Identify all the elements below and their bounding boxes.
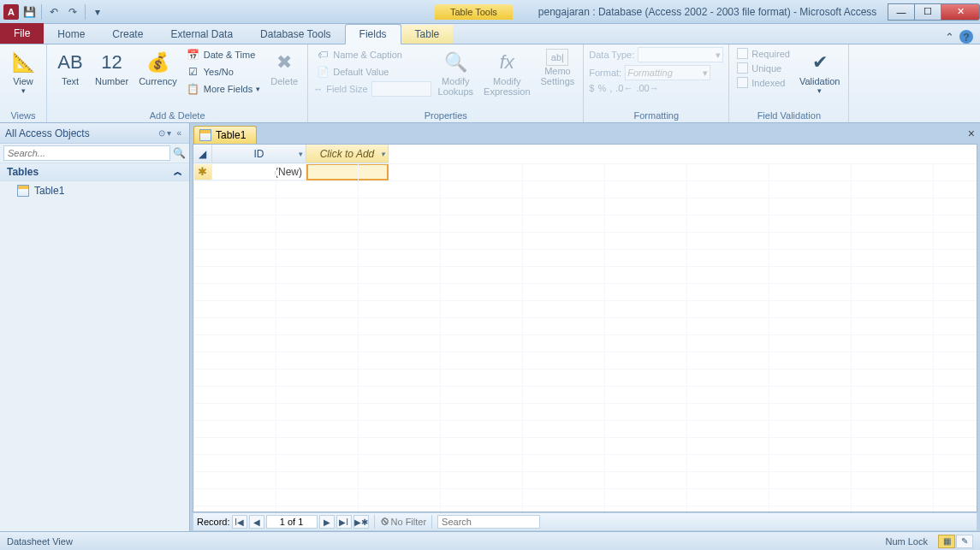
nav-item-table1[interactable]: Table1 (0, 181, 189, 200)
group-label-add-delete: Add & Delete (52, 109, 302, 122)
save-icon[interactable]: 💾 (21, 3, 38, 21)
quick-access-toolbar: A 💾 ↶ ↷ ▾ (0, 3, 110, 21)
default-value-label: Default Value (333, 67, 389, 77)
access-app-icon[interactable]: A (3, 4, 19, 20)
nav-collapse-icon[interactable]: « (174, 128, 184, 138)
close-tab-icon[interactable]: × (968, 127, 975, 140)
next-record-button[interactable]: ▶ (319, 515, 335, 529)
record-search-input[interactable] (437, 515, 540, 529)
filter-icon[interactable]: 🛇 (380, 517, 389, 527)
required-checkbox: Required (734, 47, 793, 60)
lookups-icon: 🔍 (442, 49, 469, 76)
modify-expression-label: Modify Expression (484, 76, 530, 97)
unique-checkbox: Unique (734, 62, 793, 74)
help-icon[interactable]: ? (959, 30, 973, 44)
doc-tab-table1[interactable]: Table1 (193, 126, 257, 144)
currency-field-button[interactable]: 💰Currency (135, 47, 181, 88)
modify-lookups-button: 🔍Modify Lookups (435, 47, 478, 98)
datasheet-view-icon: 📐 (9, 49, 37, 76)
last-record-button[interactable]: ▶I (336, 515, 352, 529)
validation-button[interactable]: ✔Validation▾ (796, 47, 844, 97)
cell-active[interactable] (306, 163, 389, 180)
first-record-button[interactable]: I◀ (232, 515, 247, 529)
nav-group-tables[interactable]: Tables ︽ (0, 163, 189, 181)
percent-format-icon: % (597, 83, 606, 93)
group-label-properties: Properties (313, 109, 578, 122)
tab-create[interactable]: Create (98, 25, 157, 44)
field-size-label: Field Size (326, 84, 367, 94)
prev-record-button[interactable]: ◀ (249, 515, 264, 529)
nav-pane-header[interactable]: All Access Objects ⊙ ▾ « (0, 123, 189, 144)
group-add-delete: ABText 12Number 💰Currency 📅Date & Time ☑… (47, 44, 308, 122)
table-icon (17, 185, 29, 197)
group-properties: 🏷Name & Caption 📄Default Value ↔Field Si… (308, 44, 584, 122)
delete-label: Delete (270, 76, 298, 86)
column-header-id[interactable]: ID▾ (212, 145, 306, 163)
format-row: Format:Formatting▾ (589, 65, 723, 80)
decrease-decimals-icon: .00→ (636, 83, 658, 93)
number-field-button[interactable]: 12Number (92, 47, 132, 88)
tab-home[interactable]: Home (44, 25, 98, 44)
new-row-label: (New) (275, 166, 302, 178)
title-bar: A 💾 ↶ ↷ ▾ Table Tools pengajaran : Datab… (0, 0, 980, 24)
datetime-field-button[interactable]: 📅Date & Time (184, 47, 263, 62)
record-position-input[interactable] (266, 515, 318, 529)
view-switcher: ▦ ✎ (938, 535, 973, 548)
field-size-input (371, 81, 431, 97)
nav-group-label: Tables (7, 166, 39, 178)
qat-separator (85, 4, 86, 20)
datasheet-view-switch[interactable]: ▦ (938, 535, 955, 548)
column-dropdown-icon[interactable]: ▾ (299, 150, 303, 158)
group-label-formatting: Formatting (589, 109, 723, 122)
yesno-field-button[interactable]: ☑Yes/No (184, 64, 263, 80)
view-button[interactable]: 📐 View ▾ (5, 47, 41, 97)
maximize-button[interactable]: ☐ (914, 3, 941, 21)
navigation-pane: All Access Objects ⊙ ▾ « 🔍 Tables ︽ Tabl… (0, 123, 190, 531)
nav-search-row: 🔍 (0, 144, 189, 163)
format-combo: Formatting▾ (625, 65, 710, 80)
calendar-icon: 📅 (187, 48, 200, 62)
column-id-label: ID (254, 148, 264, 160)
checkbox-icon (737, 62, 748, 74)
required-label: Required (751, 49, 790, 59)
default-value-button: 📄Default Value (313, 64, 431, 80)
file-tab[interactable]: File (0, 23, 44, 44)
search-icon[interactable]: 🔍 (173, 147, 186, 159)
memo-settings-label: Memo Settings (541, 66, 575, 86)
data-type-row: Data Type:▾ (589, 47, 723, 62)
new-record-button[interactable]: ▶✱ (353, 515, 369, 529)
ribbon: 📐 View ▾ Views ABText 12Number 💰Currency… (0, 44, 980, 123)
group-formatting: Data Type:▾ Format:Formatting▾ $ % , .0←… (584, 44, 729, 122)
number-icon: 12 (98, 49, 126, 76)
select-all-corner[interactable]: ◢ (193, 145, 212, 163)
more-fields-button[interactable]: 📋More Fields ▾ (184, 81, 263, 97)
memo-icon: ab| (546, 49, 568, 66)
add-column-dropdown-icon[interactable]: ▾ (381, 150, 385, 158)
design-view-switch[interactable]: ✎ (956, 535, 973, 548)
nav-pane-title: All Access Objects (5, 127, 90, 139)
currency-format-icon: $ (589, 83, 594, 93)
text-field-button[interactable]: ABText (52, 47, 88, 88)
more-fields-icon: 📋 (187, 82, 200, 96)
ribbon-tab-strip: File Home Create External Data Database … (0, 24, 980, 44)
cell-id-new[interactable]: (New) (212, 163, 306, 180)
qat-customize-icon[interactable]: ▾ (89, 3, 106, 21)
datasheet[interactable]: ◢ ID▾ Click to Add▾ ✱ (New) (193, 144, 977, 512)
nav-search-input[interactable] (3, 145, 170, 161)
collapse-group-icon[interactable]: ︽ (174, 166, 182, 178)
undo-icon[interactable]: ↶ (45, 3, 62, 21)
name-caption-label: Name & Caption (333, 50, 402, 60)
redo-icon[interactable]: ↷ (64, 3, 81, 21)
main-area: All Access Objects ⊙ ▾ « 🔍 Tables ︽ Tabl… (0, 123, 980, 531)
minimize-ribbon-icon[interactable]: ⌃ (945, 31, 954, 44)
minimize-button[interactable]: — (888, 3, 915, 21)
row-selector-new[interactable]: ✱ (193, 163, 212, 180)
nav-filter-dropdown-icon[interactable]: ⊙ ▾ (156, 128, 175, 138)
tab-database-tools[interactable]: Database Tools (246, 25, 345, 44)
column-header-add[interactable]: Click to Add▾ (306, 145, 389, 163)
separator (431, 515, 432, 529)
tab-fields[interactable]: Fields (345, 24, 401, 44)
tab-external-data[interactable]: External Data (157, 25, 246, 44)
tab-table[interactable]: Table (401, 25, 454, 44)
close-button[interactable]: ✕ (941, 3, 980, 21)
